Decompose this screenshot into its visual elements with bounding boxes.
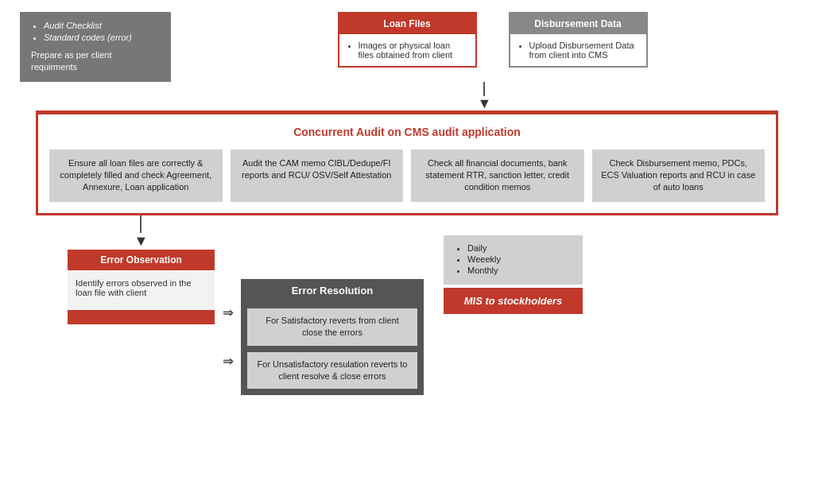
audit-title: Concurrent Audit on CMS audit applicatio… [49,126,765,138]
page-container: Audit Checklist Standard codes (error) P… [0,0,814,407]
audit-main-box: Concurrent Audit on CMS audit applicatio… [36,110,778,215]
error-res-header: Error Resolution [241,279,424,302]
loan-files-text: Images or physical loan files obtained f… [359,41,467,60]
error-obs-content: Identify errors observed in the loan fil… [68,270,215,310]
loan-files-box: Loan Files Images or physical loan files… [338,12,477,68]
audit-item-2: Audit the CAM memo CIBL/Dedupe/FI report… [231,149,404,202]
error-obs-footer [68,310,215,324]
arrow-obs: ▼ [134,215,149,250]
error-obs-header: Error Observation [68,250,215,270]
disbursement-box: Disbursement Data Upload Disbursement Da… [509,12,648,68]
checklist-item-2: Standard codes (error) [44,32,160,44]
line-obs-v [140,215,141,233]
arrow-obs-down: ▼ [134,233,149,250]
loan-files-content: Images or physical loan files obtained f… [339,34,475,66]
loan-files-header: Loan Files [339,14,475,34]
audit-items: Ensure all loan files are correctly & co… [49,149,765,202]
double-arrows: ⇒ ⇒ [223,305,233,369]
mis-col: Daily Weeekly Monthly MIS to stockholder… [444,235,583,314]
disbursement-content: Upload Disbursement Data from client int… [510,34,646,66]
checklist-item-1: Audit Checklist [44,20,160,32]
checklist-box: Audit Checklist Standard codes (error) P… [20,12,171,82]
arrow-area-1: ▼ [175,82,794,110]
double-arrow-1: ⇒ [223,305,233,320]
mis-weekly: Weeekly [467,254,572,264]
double-arrow-2: ⇒ [223,354,233,369]
error-obs-col: ▼ Error Observation Identify errors obse… [68,215,215,324]
audit-item-3: Check all financial documents, bank stat… [411,149,584,202]
prepare-text: Prepare as per client requirments [31,49,160,74]
error-observation-box: Error Observation Identify errors observ… [68,250,215,324]
disbursement-text: Upload Disbursement Data from client int… [529,41,638,60]
mis-stockholders: MIS to stockholders [444,288,583,314]
error-resolution-box: Error Resolution For Satisfactory revert… [241,279,424,396]
error-res-unsatisfactory: For Unsatisfactory resulation reverts to… [247,352,417,390]
audit-item-1: Ensure all loan files are correctly & co… [49,149,223,202]
bottom-section: ▼ Error Observation Identify errors obse… [20,215,794,396]
mis-monthly: Monthly [467,266,572,275]
mis-daily: Daily [467,243,572,253]
connector-1: ▼ [478,82,492,110]
error-res-satisfactory: For Satisfactory reverts from client clo… [247,308,417,346]
arrow-down-1: ▼ [478,96,492,110]
middle-flow: ⇒ ⇒ Error Resolution For Satisfactory re… [223,279,424,396]
mis-list-box: Daily Weeekly Monthly [444,235,583,285]
top-row: Audit Checklist Standard codes (error) P… [20,12,794,82]
audit-item-4: Check Disbursement memo, PDCs, ECS Valua… [592,149,766,202]
line-v-1 [483,82,485,96]
disbursement-header: Disbursement Data [510,14,646,34]
top-center-boxes: Loan Files Images or physical loan files… [191,12,794,68]
